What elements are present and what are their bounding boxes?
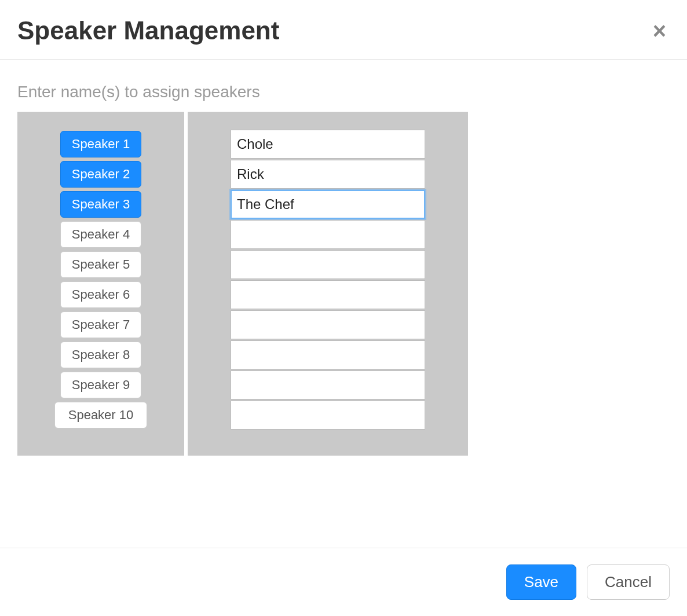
speaker-name-input-2[interactable] xyxy=(231,160,425,189)
cancel-button[interactable]: Cancel xyxy=(587,564,670,600)
close-icon: × xyxy=(653,18,666,43)
save-button[interactable]: Save xyxy=(506,564,576,600)
speaker-button-5[interactable]: Speaker 5 xyxy=(60,251,141,278)
speaker-management-modal: Speaker Management × Enter name(s) to as… xyxy=(0,0,687,616)
speaker-button-7[interactable]: Speaker 7 xyxy=(60,311,141,338)
speaker-name-input-8[interactable] xyxy=(231,340,425,369)
speaker-button-9[interactable]: Speaker 9 xyxy=(60,372,141,398)
modal-body: Enter name(s) to assign speakers Speaker… xyxy=(0,60,687,548)
speaker-name-input-5[interactable] xyxy=(231,250,425,279)
speaker-name-input-4[interactable] xyxy=(231,220,425,249)
instructions-text: Enter name(s) to assign speakers xyxy=(17,83,670,101)
modal-footer: Save Cancel xyxy=(0,548,687,616)
speaker-button-10[interactable]: Speaker 10 xyxy=(54,402,147,428)
close-button[interactable]: × xyxy=(649,19,670,42)
speaker-button-6[interactable]: Speaker 6 xyxy=(60,281,141,308)
speaker-name-input-7[interactable] xyxy=(231,310,425,339)
speaker-buttons-panel: Speaker 1Speaker 2Speaker 3Speaker 4Spea… xyxy=(17,112,184,456)
speaker-name-input-10[interactable] xyxy=(231,401,425,430)
speaker-button-8[interactable]: Speaker 8 xyxy=(60,342,141,368)
speaker-names-panel xyxy=(188,112,468,456)
speaker-button-3[interactable]: Speaker 3 xyxy=(60,191,141,218)
speaker-button-2[interactable]: Speaker 2 xyxy=(60,161,141,188)
speaker-button-1[interactable]: Speaker 1 xyxy=(60,131,141,157)
speaker-name-input-9[interactable] xyxy=(231,371,425,399)
speaker-button-4[interactable]: Speaker 4 xyxy=(60,221,141,248)
speaker-name-input-1[interactable] xyxy=(231,130,425,159)
modal-title: Speaker Management xyxy=(17,16,279,45)
speaker-name-input-3[interactable] xyxy=(231,190,425,219)
speaker-name-input-6[interactable] xyxy=(231,280,425,309)
modal-header: Speaker Management × xyxy=(0,0,687,60)
panels-container: Speaker 1Speaker 2Speaker 3Speaker 4Spea… xyxy=(17,112,670,456)
